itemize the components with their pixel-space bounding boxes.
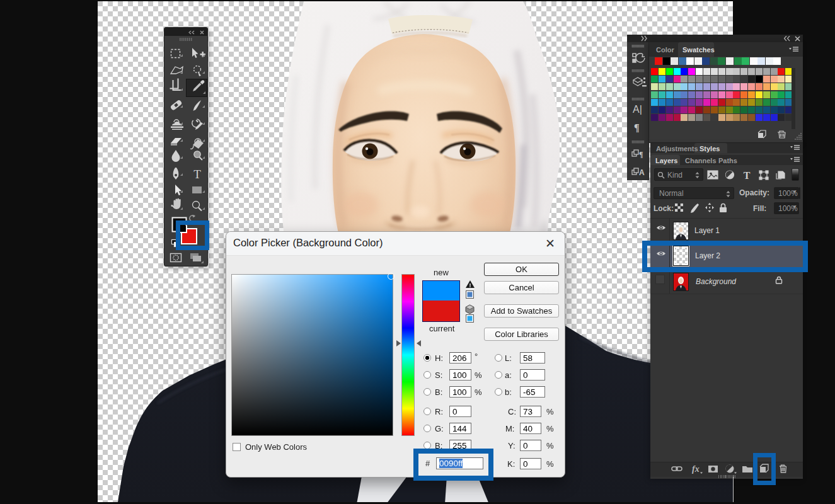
- svg-text:A: A: [639, 168, 645, 177]
- svg-text:T: T: [744, 170, 751, 181]
- svg-text:¶: ¶: [634, 122, 640, 133]
- svg-text:A|: A|: [633, 104, 642, 115]
- svg-text:¶: ¶: [639, 150, 643, 159]
- svg-text:fx: fx: [692, 464, 700, 474]
- svg-text:!: !: [469, 282, 471, 289]
- svg-text:T: T: [193, 168, 201, 181]
